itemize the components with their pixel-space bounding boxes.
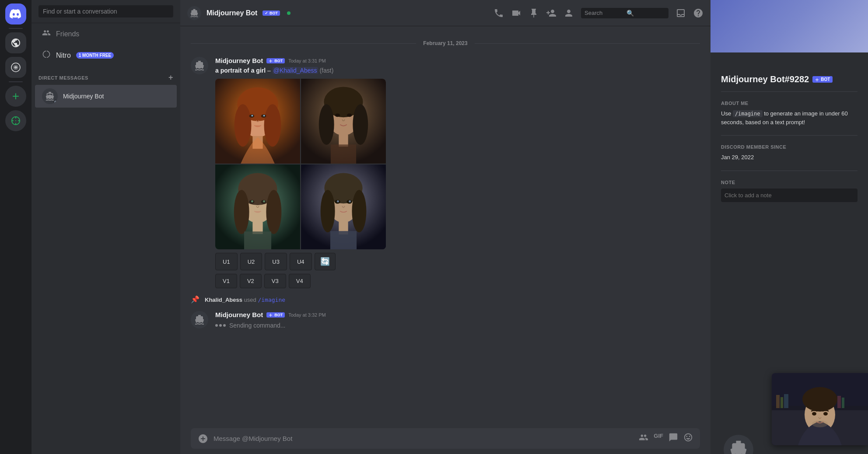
friends-label: Friends — [56, 30, 79, 38]
u2-button[interactable]: U2 — [240, 253, 262, 270]
message-content: Midjourney Bot BOT Today at 3:31 PM a po… — [215, 57, 700, 288]
discord-home-button[interactable] — [5, 3, 26, 24]
member-since-section: DISCORD MEMBER SINCE Jan 29, 2022 — [721, 144, 858, 162]
svg-point-5 — [234, 104, 252, 147]
video-content — [772, 373, 868, 445]
svg-point-25 — [266, 190, 281, 234]
explore-servers-button[interactable] — [5, 110, 26, 131]
v1-button[interactable]: V1 — [215, 274, 237, 288]
server-globe-icon[interactable] — [5, 32, 26, 53]
channel-header-avatar — [187, 6, 201, 20]
start-video-call-button[interactable] — [511, 8, 522, 18]
direct-messages-label: DIRECT MESSAGES — [38, 75, 88, 80]
start-voice-call-button[interactable] — [494, 8, 504, 18]
profile-bot-badge: BOT — [812, 76, 833, 83]
u3-button[interactable]: U3 — [265, 253, 287, 270]
svg-point-24 — [234, 190, 249, 234]
channel-verified-badge: ✓ BOT — [262, 10, 280, 16]
message-avatar — [191, 57, 208, 74]
dot-2 — [219, 324, 222, 327]
message-header-2: Midjourney Bot BOT Today at 3:32 PM — [215, 311, 700, 318]
server-ai-icon[interactable] — [5, 57, 26, 78]
channel-search-icon: 🔍 — [626, 10, 665, 17]
v3-button[interactable]: V3 — [264, 274, 286, 288]
channel-search[interactable]: Search 🔍 — [581, 8, 668, 18]
member-since-title: DISCORD MEMBER SINCE — [721, 144, 858, 150]
nitro-nav-item[interactable]: Nitro 1 MONTH FREE — [35, 45, 177, 65]
mention-people-button[interactable] — [639, 433, 648, 444]
message-tag: (fast) — [319, 67, 333, 74]
channel-name: Midjourney Bot — [206, 9, 257, 17]
message-author-2: Midjourney Bot — [215, 311, 263, 318]
sticker-button[interactable] — [668, 433, 678, 444]
message-bold-text: a portrait of a girl — [215, 67, 266, 74]
message-header: Midjourney Bot BOT Today at 3:31 PM — [215, 57, 700, 64]
u4-button[interactable]: U4 — [290, 253, 312, 270]
help-button[interactable] — [693, 8, 704, 18]
svg-rect-47 — [780, 397, 783, 408]
message-avatar-2 — [191, 311, 208, 328]
friends-nav-item[interactable]: Friends — [35, 24, 177, 44]
svg-point-10 — [263, 115, 265, 116]
dm-item-midjourney[interactable]: Midjourney Bot — [35, 85, 177, 108]
message-bot-badge: BOT — [266, 58, 285, 63]
profile-divider-2 — [721, 135, 858, 136]
system-message: 📌 Khalid_Abess used /imagine — [180, 292, 710, 307]
left-panel: Friends Nitro 1 MONTH FREE DIRECT MESSAG… — [32, 0, 180, 454]
member-since-date: Jan 29, 2022 — [721, 153, 858, 162]
message-content-2: Midjourney Bot BOT Today at 3:32 PM — [215, 311, 700, 331]
u1-button[interactable]: U1 — [215, 253, 238, 270]
message-timestamp-2: Today at 3:32 PM — [288, 312, 326, 318]
svg-rect-42 — [330, 231, 357, 249]
note-section: NOTE — [721, 180, 858, 202]
messages-area[interactable]: February 11, 2023 Midjourney Bot — [180, 26, 710, 423]
gif-button[interactable]: GIF — [654, 433, 663, 444]
inbox-button[interactable] — [676, 8, 686, 18]
svg-point-55 — [812, 420, 828, 427]
profile-divider-1 — [721, 91, 858, 92]
refresh-icon: 🔄 — [320, 257, 330, 266]
v4-button[interactable]: V4 — [289, 274, 311, 288]
search-input[interactable] — [38, 5, 173, 17]
portrait-image-2 — [301, 79, 386, 164]
svg-point-29 — [263, 200, 265, 203]
server-list: + — [0, 0, 32, 454]
system-message-text: Khalid_Abess used /imagine — [205, 297, 285, 303]
nitro-label: Nitro — [56, 52, 71, 59]
message-input-wrapper: GIF — [191, 428, 700, 449]
svg-point-54 — [823, 412, 828, 416]
server-list-divider — [9, 28, 23, 29]
svg-rect-50 — [842, 398, 844, 408]
svg-rect-49 — [837, 396, 841, 408]
nitro-badge: 1 MONTH FREE — [76, 52, 114, 59]
attach-file-button[interactable] — [198, 433, 208, 444]
svg-point-53 — [812, 412, 816, 416]
system-command: /imagine — [258, 297, 285, 303]
add-server-button[interactable]: + — [5, 86, 26, 107]
sending-text: Sending command... — [229, 322, 285, 329]
svg-point-16 — [353, 104, 368, 145]
online-indicator — [287, 11, 290, 15]
show-member-profile-button[interactable] — [564, 8, 574, 18]
v2-button[interactable]: V2 — [240, 274, 262, 288]
message-input[interactable] — [214, 435, 634, 442]
add-dm-button[interactable]: + — [168, 73, 173, 82]
note-input[interactable] — [721, 189, 858, 202]
portrait-image-3 — [215, 164, 300, 249]
input-icons: GIF — [639, 433, 693, 444]
add-friend-to-dm-button[interactable] — [546, 8, 556, 18]
svg-point-15 — [319, 104, 334, 145]
svg-point-35 — [321, 190, 335, 232]
profile-name: Midjourney Bot#9282 — [721, 74, 809, 84]
upscale-buttons: U1 U2 U3 U4 🔄 — [215, 253, 700, 270]
message-text: a portrait of a girl – @Khalid_Abess (fa… — [215, 66, 700, 75]
pinned-messages-button[interactable] — [528, 8, 539, 18]
message-item: Midjourney Bot BOT Today at 3:31 PM a po… — [180, 53, 710, 292]
refresh-button[interactable]: 🔄 — [315, 253, 336, 270]
svg-point-52 — [802, 387, 837, 412]
svg-point-17 — [335, 114, 340, 117]
about-me-text: Use /imagine to generate an image in und… — [721, 109, 858, 126]
system-action: used — [244, 297, 258, 303]
video-thumbnail — [772, 373, 868, 445]
emoji-button[interactable] — [683, 433, 693, 444]
